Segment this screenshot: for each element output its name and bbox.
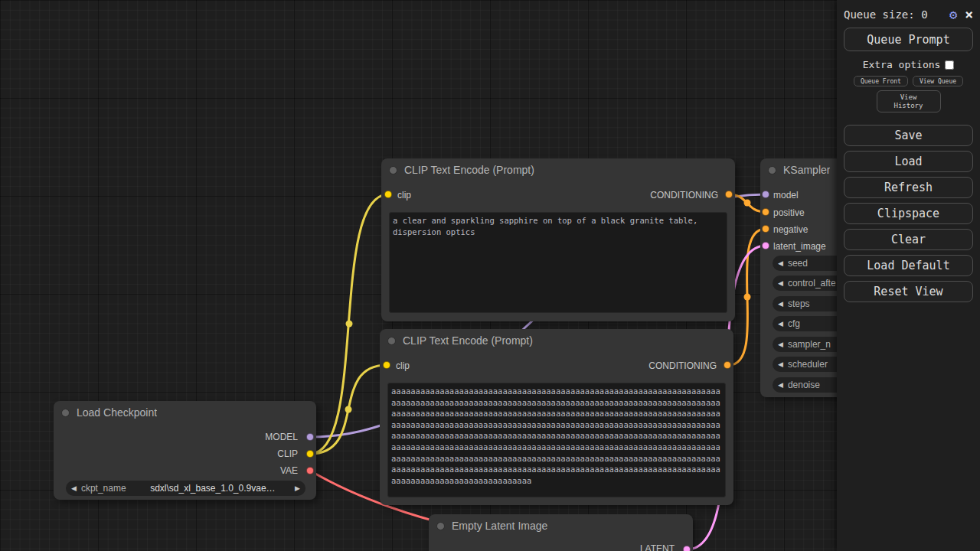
clip-input-slot[interactable] xyxy=(384,191,392,198)
extra-options-label: Extra options xyxy=(863,59,941,70)
widget-name: sampler_n xyxy=(788,339,831,350)
conditioning-output-label: CONDITIONING xyxy=(648,360,717,371)
clip-input-slot[interactable] xyxy=(383,361,390,369)
reset-view-button[interactable]: Reset View xyxy=(844,281,973,302)
queue-prompt-button[interactable]: Queue Prompt xyxy=(844,28,973,51)
increment-arrow-icon[interactable]: ▶ xyxy=(295,484,300,492)
widget-name: scheduler xyxy=(788,359,828,370)
node-header[interactable]: CLIP Text Encode (Prompt) xyxy=(381,158,735,181)
prompt-textarea[interactable]: a clear and sparkling sapphire on top of… xyxy=(389,212,727,313)
node-empty-latent-image[interactable]: Empty Latent Image LATENT xyxy=(429,514,693,551)
node-header[interactable]: Load Checkpoint xyxy=(54,401,316,424)
node-title: Load Checkpoint xyxy=(77,406,157,419)
queue-size-label: Queue size: 0 xyxy=(844,8,949,21)
collapse-dot-icon[interactable] xyxy=(61,409,70,417)
clipspace-button[interactable]: Clipspace xyxy=(844,203,973,224)
conditioning-output-slot[interactable] xyxy=(724,361,731,369)
wire-positive-dot xyxy=(744,200,751,207)
vae-output-label: VAE xyxy=(280,465,298,476)
menu-header: Queue size: 0 ⚙ × xyxy=(844,8,973,21)
ckpt-name-widget[interactable]: ◀ ckpt_name sdxl\sd_xl_base_1.0_0.9vae… … xyxy=(66,481,305,496)
widget-value: sdxl\sd_xl_base_1.0_0.9vae… xyxy=(131,483,295,494)
widget-name: control_afte xyxy=(788,278,836,289)
node-header[interactable]: Empty Latent Image xyxy=(429,514,693,537)
node-header[interactable]: CLIP Text Encode (Prompt) xyxy=(380,329,733,352)
clip-input-label: clip xyxy=(396,360,410,371)
widget-name: steps xyxy=(788,298,810,309)
negative-input-slot[interactable] xyxy=(762,225,769,233)
positive-input-slot[interactable] xyxy=(762,208,769,216)
clip-output-label: CLIP xyxy=(277,448,298,459)
widget-name: ckpt_name xyxy=(81,483,126,494)
settings-gear-icon[interactable]: ⚙ xyxy=(949,8,957,21)
conditioning-output-label: CONDITIONING xyxy=(650,190,718,201)
negative-input-label: negative xyxy=(773,224,808,235)
node-canvas[interactable]: CLIP Text Encode (Prompt) clip CONDITION… xyxy=(0,0,980,551)
node-clip-text-encode-positive[interactable]: CLIP Text Encode (Prompt) clip CONDITION… xyxy=(381,158,735,321)
wire-clip-1-dot xyxy=(346,321,353,328)
extra-options-row: Extra options xyxy=(844,59,973,70)
latent-image-input-slot[interactable] xyxy=(762,242,769,249)
collapse-dot-icon[interactable] xyxy=(389,166,397,174)
latent-output-label: LATENT xyxy=(640,543,675,551)
latent-image-input-label: latent_image xyxy=(773,241,826,252)
decrement-arrow-icon[interactable]: ◀ xyxy=(778,300,783,308)
prompt-textarea[interactable]: aaaaaaaaaaaaaaaaaaaaaaaaaaaaaaaaaaaaaaaa… xyxy=(387,383,726,497)
node-load-checkpoint[interactable]: Load Checkpoint MODEL CLIP VAE ◀ ckpt_na… xyxy=(54,401,316,500)
node-clip-text-encode-negative[interactable]: CLIP Text Encode (Prompt) clip CONDITION… xyxy=(380,329,733,505)
vae-output-slot[interactable] xyxy=(306,467,314,474)
clip-output-slot[interactable] xyxy=(306,450,314,458)
decrement-arrow-icon[interactable]: ◀ xyxy=(778,341,783,348)
widget-name: seed xyxy=(788,258,808,269)
comfy-menu-panel: Queue size: 0 ⚙ × Queue Prompt Extra opt… xyxy=(837,0,980,551)
wire-negative-dot xyxy=(744,294,751,301)
decrement-arrow-icon[interactable]: ◀ xyxy=(778,381,783,389)
queue-actions-row: Queue Front View Queue xyxy=(844,76,973,86)
node-title: CLIP Text Encode (Prompt) xyxy=(404,164,534,176)
collapse-dot-icon[interactable] xyxy=(436,522,445,530)
model-input-label: model xyxy=(773,190,799,201)
widget-name: denoise xyxy=(788,380,820,390)
view-history-row: View History xyxy=(844,90,973,112)
node-title: Empty Latent Image xyxy=(452,520,547,532)
load-default-button[interactable]: Load Default xyxy=(844,255,973,276)
wire-clip-2-dot xyxy=(345,406,352,413)
clear-button[interactable]: Clear xyxy=(844,229,973,250)
node-title: KSampler xyxy=(783,164,830,176)
queue-front-button[interactable]: Queue Front xyxy=(854,76,908,86)
extra-options-checkbox[interactable] xyxy=(945,60,954,70)
decrement-arrow-icon[interactable]: ◀ xyxy=(778,320,783,328)
refresh-button[interactable]: Refresh xyxy=(844,177,973,198)
conditioning-output-slot[interactable] xyxy=(725,191,733,198)
clip-input-label: clip xyxy=(397,190,411,201)
widget-name: cfg xyxy=(788,318,800,329)
positive-input-label: positive xyxy=(773,207,805,218)
node-title: CLIP Text Encode (Prompt) xyxy=(403,334,533,347)
decrement-arrow-icon[interactable]: ◀ xyxy=(778,279,783,287)
decrement-arrow-icon[interactable]: ◀ xyxy=(71,484,77,492)
view-history-button[interactable]: View History xyxy=(877,90,941,112)
model-output-label: MODEL xyxy=(265,432,298,442)
view-queue-button[interactable]: View Queue xyxy=(913,76,963,86)
save-button[interactable]: Save xyxy=(844,125,973,146)
latent-output-slot[interactable] xyxy=(683,546,691,551)
decrement-arrow-icon[interactable]: ◀ xyxy=(778,360,783,368)
decrement-arrow-icon[interactable]: ◀ xyxy=(778,259,783,267)
model-input-slot[interactable] xyxy=(762,191,769,198)
close-menu-icon[interactable]: × xyxy=(965,8,973,21)
collapse-dot-icon[interactable] xyxy=(387,337,396,345)
load-button[interactable]: Load xyxy=(844,151,973,172)
collapse-dot-icon[interactable] xyxy=(768,166,776,174)
model-output-slot[interactable] xyxy=(306,433,314,441)
